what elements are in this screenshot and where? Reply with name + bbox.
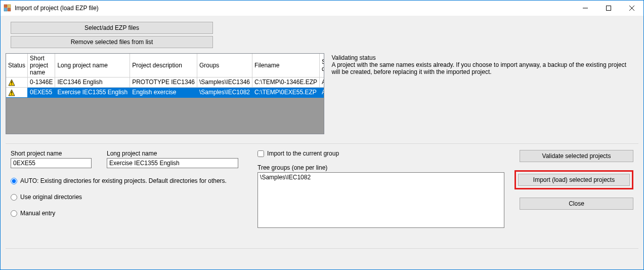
- svg-rect-1: [8, 5, 11, 8]
- col-short-header[interactable]: Short project name: [28, 54, 55, 78]
- radio-manual[interactable]: Manual entry: [11, 210, 247, 217]
- grid-header-row: Status Short project name Long project n…: [6, 54, 324, 78]
- cell-desc[interactable]: PROTOTYPE IEC1346: [130, 78, 197, 88]
- col-groups-header[interactable]: Groups: [197, 54, 252, 78]
- col-source-header[interactable]: SOURCE directory: [320, 54, 325, 78]
- cell-filename[interactable]: C:\TEMP\0EXE55.EZP: [252, 87, 320, 97]
- cell-short[interactable]: 0-1346E: [28, 78, 55, 88]
- radio-original-label: Use original directories: [20, 194, 82, 201]
- validate-selected-button[interactable]: Validate selected projects: [520, 150, 633, 162]
- table-row[interactable]: 0EXE55Exercise IEC1355 EnglishEnglish ex…: [6, 87, 324, 97]
- import-current-group-label: Import to the current group: [267, 150, 339, 157]
- radio-auto-label: AUTO: Existing directories for existing …: [20, 177, 227, 184]
- svg-rect-7: [11, 84, 12, 84]
- top-button-group: Select/add EZP files Remove selected fil…: [11, 22, 213, 48]
- import-selected-button[interactable]: Import (load) selected projects: [518, 174, 630, 186]
- select-add-ezp-button[interactable]: Select/add EZP files: [11, 22, 213, 34]
- svg-rect-6: [11, 81, 12, 83]
- maximize-button[interactable]: [597, 1, 620, 16]
- project-grid[interactable]: Status Short project name Long project n…: [6, 53, 324, 134]
- close-button[interactable]: [620, 1, 643, 16]
- left-column: Short project name Long project name AUT…: [11, 150, 247, 228]
- validating-status-panel: Validating status A project with the sam…: [328, 53, 638, 134]
- cell-source[interactable]: Auto: [320, 78, 325, 88]
- import-current-group-checkbox[interactable]: Import to the current group: [257, 150, 504, 157]
- window-title: Import of project (load EZP file): [15, 5, 99, 12]
- col-status-header[interactable]: Status: [6, 54, 28, 78]
- tree-groups-textarea[interactable]: [257, 172, 504, 228]
- right-button-column: Validate selected projects Import (load)…: [514, 150, 633, 228]
- svg-rect-4: [607, 6, 611, 11]
- cell-short[interactable]: 0EXE55: [28, 87, 55, 97]
- col-long-header[interactable]: Long project name: [55, 54, 130, 78]
- cell-long[interactable]: Exercise IEC1355 English: [55, 87, 130, 97]
- short-project-name-label: Short project name: [11, 150, 92, 157]
- content-area: Select/add EZP files Remove selected fil…: [1, 16, 643, 269]
- close-dialog-button[interactable]: Close: [520, 198, 633, 210]
- svg-rect-0: [4, 5, 7, 8]
- dialog-window: Import of project (load EZP file) Select…: [0, 0, 644, 270]
- warning-icon: [8, 79, 15, 86]
- tree-groups-label: Tree groups (one per line): [257, 164, 504, 171]
- window-controls: [574, 1, 643, 16]
- svg-rect-2: [4, 8, 7, 11]
- col-filename-header[interactable]: Filename: [252, 54, 320, 78]
- cell-filename[interactable]: C:\TEMP\0-1346E.EZP: [252, 78, 320, 88]
- directory-mode-radios: AUTO: Existing directories for existing …: [11, 177, 247, 217]
- cell-desc[interactable]: English exercise: [130, 87, 197, 97]
- mid-row: Status Short project name Long project n…: [6, 53, 638, 134]
- app-icon: [4, 4, 12, 12]
- titlebar: Import of project (load EZP file): [1, 1, 643, 16]
- mid-column: Import to the current group Tree groups …: [257, 150, 504, 228]
- cell-source[interactable]: Auto: [320, 87, 325, 97]
- radio-auto[interactable]: AUTO: Existing directories for existing …: [11, 177, 247, 184]
- cell-long[interactable]: IEC1346 English: [55, 78, 130, 88]
- radio-manual-input[interactable]: [11, 210, 17, 217]
- svg-rect-9: [11, 91, 12, 93]
- cell-status[interactable]: [6, 78, 28, 88]
- import-button-highlight: Import (load) selected projects: [514, 170, 633, 189]
- lower-panel: Short project name Long project name AUT…: [6, 143, 638, 249]
- col-desc-header[interactable]: Project description: [130, 54, 197, 78]
- table-row[interactable]: 0-1346EIEC1346 EnglishPROTOTYPE IEC1346\…: [6, 78, 324, 88]
- long-project-name-label: Long project name: [107, 150, 238, 157]
- import-current-group-input[interactable]: [257, 150, 264, 157]
- svg-rect-10: [11, 94, 12, 94]
- minimize-button[interactable]: [574, 1, 597, 16]
- cell-groups[interactable]: \Samples\IEC1346: [197, 78, 252, 88]
- remove-selected-files-button[interactable]: Remove selected files from list: [11, 36, 213, 48]
- validating-status-title: Validating status: [331, 54, 635, 61]
- short-project-name-input[interactable]: [11, 158, 92, 168]
- validating-status-message: A project with the same names exists alr…: [331, 61, 635, 75]
- warning-icon: [8, 89, 15, 96]
- radio-original[interactable]: Use original directories: [11, 194, 247, 201]
- cell-groups[interactable]: \Samples\IEC1082: [197, 87, 252, 97]
- cell-status[interactable]: [6, 87, 28, 97]
- long-project-name-input[interactable]: [107, 158, 238, 168]
- radio-auto-input[interactable]: [11, 178, 17, 184]
- radio-original-input[interactable]: [11, 194, 17, 201]
- radio-manual-label: Manual entry: [20, 210, 55, 217]
- svg-rect-3: [8, 8, 11, 11]
